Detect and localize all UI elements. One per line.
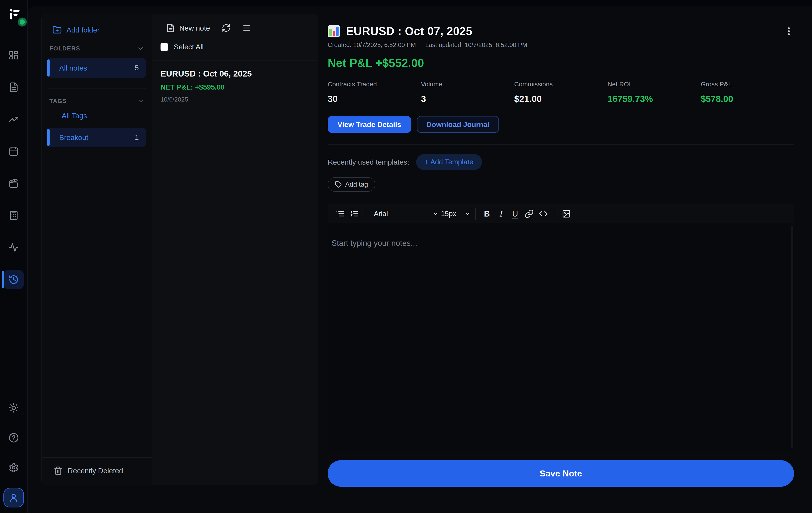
italic-button[interactable]: I: [494, 207, 508, 221]
tags-header-label: TAGS: [49, 98, 67, 105]
bold-button[interactable]: B: [480, 207, 494, 221]
page-title: EURUSD : Oct 07, 2025: [346, 25, 472, 38]
folder-count: 5: [135, 64, 139, 72]
save-note-button[interactable]: Save Note: [328, 460, 794, 487]
editor-placeholder: Start typing your notes...: [331, 239, 417, 248]
select-all-row: Select All: [152, 43, 318, 51]
font-size-select[interactable]: 15px: [439, 210, 471, 218]
sidebar-item-calendar[interactable]: [3, 142, 24, 161]
font-family-value: Arial: [374, 210, 388, 218]
notes-toolbar: New note: [152, 24, 318, 32]
folders-section-header[interactable]: FOLDERS: [47, 45, 147, 52]
tag-item-breakout[interactable]: Breakout 1: [48, 127, 146, 147]
folders-header-label: FOLDERS: [49, 45, 80, 52]
add-folder-button[interactable]: Add folder: [52, 25, 147, 35]
format-toolbar: Arial 15px B I U: [328, 204, 794, 223]
add-folder-label: Add folder: [66, 26, 99, 34]
recently-deleted-button[interactable]: Recently Deleted: [42, 457, 152, 485]
refresh-icon[interactable]: [222, 24, 231, 32]
kebab-menu-icon[interactable]: [784, 26, 794, 36]
app-logo[interactable]: [0, 0, 28, 28]
sidebar-item-trends[interactable]: [3, 109, 24, 129]
chevron-down-icon: [137, 45, 144, 52]
folder-label: All notes: [48, 64, 87, 72]
recently-deleted-label: Recently Deleted: [68, 466, 123, 475]
note-date: 10/6/2025: [161, 96, 310, 103]
stat-net-roi: Net ROI 16759.73%: [607, 81, 701, 104]
trash-icon: [54, 466, 63, 475]
download-journal-button[interactable]: Download Journal: [417, 116, 499, 133]
add-template-button[interactable]: + Add Template: [416, 154, 482, 170]
all-tags-label: ← All Tags: [53, 112, 87, 120]
gear-icon: [8, 462, 19, 473]
link-button[interactable]: [522, 207, 536, 221]
settings-button[interactable]: [3, 458, 24, 478]
font-family-select[interactable]: Arial: [370, 210, 439, 218]
stat-label: Commissions: [514, 81, 607, 88]
add-tag-button[interactable]: Add tag: [328, 177, 375, 192]
menu-icon[interactable]: [242, 24, 251, 32]
folder-item-all-notes[interactable]: All notes 5: [48, 58, 146, 78]
icon-rail: [0, 0, 28, 513]
stat-contracts-traded: Contracts Traded 30: [328, 81, 421, 104]
sidebar-item-documents[interactable]: [3, 77, 24, 97]
action-buttons-row: View Trade Details Download Journal: [328, 116, 794, 133]
note-detail-main: EURUSD : Oct 07, 2025 Created: 10/7/2025…: [318, 6, 812, 513]
sidebar-item-dashboard[interactable]: [3, 45, 24, 65]
stat-value: 16759.73%: [607, 94, 701, 104]
stat-value: $578.00: [701, 94, 794, 104]
stat-label: Volume: [421, 81, 514, 88]
select-all-checkbox[interactable]: [161, 43, 168, 51]
sidebar-item-history[interactable]: [3, 270, 24, 289]
clapperboard-icon: [8, 178, 19, 189]
user-icon: [8, 492, 19, 503]
numbered-list-button[interactable]: [347, 207, 361, 221]
rail-bottom-nav: [0, 398, 27, 508]
stat-label: Net ROI: [607, 81, 701, 88]
help-button[interactable]: [3, 428, 24, 448]
note-list-item[interactable]: EURUSD : Oct 06, 2025 NET P&L: +$595.00 …: [152, 61, 318, 112]
sidebar-item-calculator[interactable]: [3, 206, 24, 225]
trending-up-icon: [8, 114, 19, 124]
image-icon: [562, 209, 571, 218]
view-trade-details-button[interactable]: View Trade Details: [328, 116, 411, 133]
italic-label: I: [500, 209, 502, 219]
net-pnl-heading: Net P&L +$552.00: [328, 56, 794, 69]
sidebar-item-clips[interactable]: [3, 174, 24, 193]
insert-image-button[interactable]: [559, 207, 574, 221]
bullet-list-button[interactable]: [333, 207, 347, 221]
folders-panel: Add folder FOLDERS All notes 5 TAGS ← Al…: [42, 14, 152, 485]
editor-block: Arial 15px B I U: [328, 204, 794, 450]
dashboard-icon: [8, 50, 19, 60]
stat-commissions: Commissions $21.00: [514, 81, 607, 104]
save-row: Save Note: [328, 460, 794, 487]
font-size-value: 15px: [441, 210, 456, 218]
title-group: EURUSD : Oct 07, 2025: [328, 25, 472, 38]
sun-icon: [8, 403, 19, 413]
stat-value: $21.00: [514, 94, 607, 104]
spacer: [47, 149, 147, 457]
new-note-button[interactable]: New note: [166, 24, 210, 32]
theme-toggle-button[interactable]: [3, 398, 24, 418]
all-tags-link[interactable]: ← All Tags: [53, 112, 147, 120]
divider: [48, 88, 146, 89]
select-all-label: Select All: [174, 43, 204, 51]
stat-label: Contracts Traded: [328, 81, 421, 88]
history-icon: [8, 275, 19, 285]
code-button[interactable]: [536, 207, 550, 221]
note-header-row: EURUSD : Oct 07, 2025: [328, 25, 794, 38]
tag-icon: [335, 181, 342, 188]
editor-scrollbar[interactable]: [791, 226, 793, 448]
stat-volume: Volume 3: [421, 81, 514, 104]
chevron-down-icon: [137, 97, 144, 105]
new-note-icon: [166, 24, 175, 32]
folder-plus-icon: [52, 25, 62, 35]
sidebar-item-activity[interactable]: [3, 238, 24, 257]
tags-section-header[interactable]: TAGS: [47, 97, 147, 105]
notes-editor[interactable]: Start typing your notes...: [328, 223, 794, 450]
content-wrapper: Add folder FOLDERS All notes 5 TAGS ← Al…: [28, 6, 812, 513]
updated-timestamp: Last updated: 10/7/2025, 6:52:00 PM: [425, 41, 527, 49]
note-pnl: NET P&L: +$595.00: [161, 83, 310, 91]
underline-button[interactable]: U: [508, 207, 522, 221]
profile-button[interactable]: [3, 488, 24, 508]
